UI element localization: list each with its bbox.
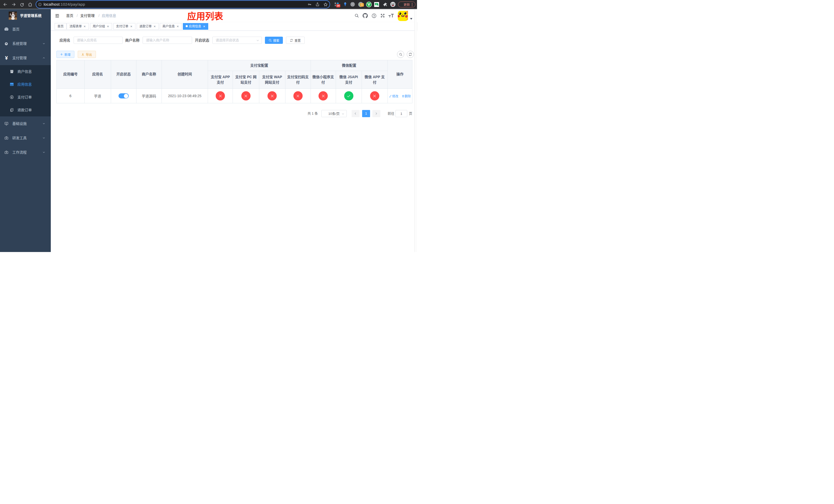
svg-text:⌘: ⌘ bbox=[351, 3, 354, 6]
